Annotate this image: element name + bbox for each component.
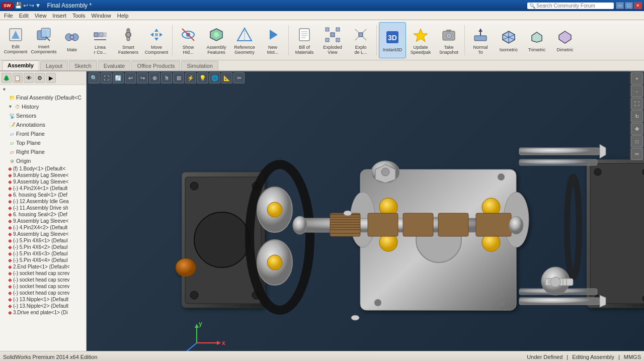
view-grid-button[interactable]: ⊞ [173, 72, 184, 83]
tab-sketch[interactable]: Sketch [69, 61, 97, 70]
tree-housing-seal2[interactable]: ◆6. housing Seal<2> (Def [0, 211, 86, 218]
reference-geometry-button[interactable]: Reference Geometry [231, 22, 258, 58]
tree-socket-cap2[interactable]: ◆(-) socket head cap screv [0, 277, 86, 283]
tree-lag-sleeve3[interactable]: ◆9.Assembly Lag Sleeve< [0, 218, 86, 224]
maximize-button[interactable]: □ [625, 2, 633, 9]
svg-point-7 [70, 35, 74, 39]
lightning-button[interactable]: ⚡ [185, 72, 196, 83]
sidebar-config-icon[interactable]: ⚙ [35, 73, 45, 83]
tree-socket-cap4[interactable]: ◆(-) socket head cap screv [0, 290, 86, 296]
sidebar-display-icon[interactable]: 👁 [24, 73, 34, 83]
isometric-button[interactable]: Isometric [495, 22, 522, 58]
zoom-in-button[interactable]: 🔍 [89, 72, 100, 83]
normal-to-button[interactable]: Normal To [467, 22, 494, 58]
insert-components-button[interactable]: Insert Components [30, 22, 57, 58]
tree-pin4x6-1[interactable]: ◆(-) 5.Pin 4X6<1> (Defaul [0, 237, 86, 244]
tree-lag-sleeve2[interactable]: ◆9.Assembly Lag Sleeve< [0, 178, 86, 185]
tree-socket-cap3[interactable]: ◆(-) socket head cap screv [0, 283, 86, 290]
edit-component-button[interactable]: Edit Component [2, 22, 29, 58]
take-snapshot-button[interactable]: Take Snapshot [435, 22, 462, 58]
view-display-btn[interactable]: □ [631, 135, 643, 147]
tree-nipple1[interactable]: ◆(-) 13.Nipple<1> (Default [0, 296, 86, 303]
sidebar-filter[interactable]: ▼ [0, 86, 86, 93]
view-fit-btn[interactable]: ⛶ [631, 98, 643, 110]
menu-insert[interactable]: Insert [49, 12, 69, 19]
tree-annotations[interactable]: 📝 Annotations [0, 120, 86, 129]
tree-idle-gear[interactable]: ◆(-) 12.Assembly Idle Gea [0, 198, 86, 205]
tab-assembly[interactable]: Assembly [2, 60, 39, 70]
view-zoom-btn[interactable]: + [631, 72, 643, 84]
viewport[interactable]: 🔍 ⛶ 🔄 ↩ ↪ ⊕ 🖱 ⊞ ⚡ 💡 🌐 📐 ✂ [87, 71, 644, 351]
menu-view[interactable]: View [32, 12, 50, 19]
tree-pin4x6-4[interactable]: ◆(-) 5.Pin 4X6<4> (Defaul [0, 257, 86, 263]
section-button[interactable]: ✂ [233, 72, 245, 83]
tree-end-plate[interactable]: ◆2.End Plate<1> (Default< [0, 263, 86, 270]
sidebar-tree-icon[interactable]: 🌲 [2, 73, 12, 83]
close-button[interactable]: ✕ [634, 2, 642, 9]
tree-drive-end[interactable]: ◆3.Drive end plate<1> (Di [0, 309, 86, 316]
dimetric-button[interactable]: Dimetric [551, 22, 579, 58]
explode-line-button[interactable]: Explo de L... [347, 22, 374, 58]
sidebar-props-icon[interactable]: 📋 [13, 73, 23, 83]
mate-button[interactable]: Mate [58, 22, 86, 58]
minimize-button[interactable]: ─ [616, 2, 624, 9]
search-input[interactable] [536, 3, 612, 9]
assembly-features-button[interactable]: Assembly Features [203, 22, 230, 58]
rotate-button[interactable]: 🔄 [113, 72, 124, 83]
tab-simulation[interactable]: Simulation [181, 61, 218, 70]
tab-office-products[interactable]: Office Products [131, 61, 180, 70]
tree-top-plane[interactable]: ▱ Top Plane [0, 138, 86, 147]
sidebar-expand-icon[interactable]: ▶ [46, 73, 56, 83]
smart-fasteners-button[interactable]: Smart Fasteners [115, 22, 142, 58]
tree-lag-sleeve4[interactable]: ◆9.Assembly Lag Sleeve< [0, 231, 86, 237]
exploded-view-button[interactable]: Exploded View [319, 22, 346, 58]
view-zoomout-btn[interactable]: - [631, 85, 643, 97]
tree-body1[interactable]: ◆(f) 1.Body<1> (Default< [0, 165, 86, 172]
bill-of-materials-button[interactable]: Bill of Materials [291, 22, 318, 58]
render-mode-button[interactable]: 💡 [197, 72, 208, 83]
quick-access-toolbar[interactable]: 💾 ↩ ↪ ▼ [15, 2, 41, 9]
linear-component-button[interactable]: Linea r Co... [87, 22, 114, 58]
svg-text:y: y [199, 320, 202, 327]
menu-window[interactable]: Window [89, 12, 114, 19]
zoom-fit-button[interactable]: ⛶ [101, 72, 112, 83]
instant3d-button[interactable]: 3D Instant3D [379, 22, 406, 58]
menu-tools[interactable]: Tools [69, 12, 89, 19]
new-motion-button[interactable]: New Mot... [259, 22, 286, 58]
tree-pin2x4-2[interactable]: ◆(-) 4.Pin2X4<2> (Default [0, 224, 86, 231]
display-mode-button[interactable]: 📐 [221, 72, 232, 83]
tree-sensors[interactable]: 📡 Sensors [0, 111, 86, 120]
tree-housing-seal1[interactable]: ◆6. housing Seal<1> (Def [0, 192, 86, 198]
tree-drive-shaft[interactable]: ◆(-) 11.Assembly Drive sh [0, 205, 86, 211]
menu-help[interactable]: Help [114, 12, 132, 19]
view-pan-btn[interactable]: ✥ [631, 123, 643, 135]
tree-right-plane[interactable]: ▱ Right Plane [0, 147, 86, 156]
undo-view-button[interactable]: ↩ [125, 72, 136, 83]
menu-file[interactable]: File [1, 12, 16, 19]
show-hide-button[interactable]: Show Hid... [175, 22, 202, 58]
tree-pin4x6-3[interactable]: ◆(-) 5.Pin 4X6<3> (Defaul [0, 250, 86, 257]
tree-front-plane[interactable]: ▱ Front Plane [0, 129, 86, 138]
select-button[interactable]: 🖱 [161, 72, 172, 83]
tree-socket-cap1[interactable]: ◆(-) socket head cap screv [0, 270, 86, 277]
tab-evaluate[interactable]: Evaluate [98, 61, 131, 70]
svg-point-116 [567, 177, 579, 278]
target-button[interactable]: ⊕ [149, 72, 160, 83]
move-component-button[interactable]: Move Component [143, 22, 170, 58]
trimetric-button[interactable]: Trimetric [523, 22, 550, 58]
tree-history[interactable]: ▼ ⏱ History [0, 102, 86, 111]
tree-root[interactable]: 📁 Final Assembly (Default<C [0, 93, 86, 102]
tree-origin[interactable]: ⊕ Origin [0, 156, 86, 165]
update-speedpak-button[interactable]: Update Speedpak [407, 22, 434, 58]
view-rotate-btn[interactable]: ↻ [631, 110, 643, 122]
status-editing: Editing Assembly [572, 354, 614, 360]
tab-layout[interactable]: Layout [40, 61, 68, 70]
menu-edit[interactable]: Edit [16, 12, 32, 19]
tree-lag-sleeve1[interactable]: ◆9.Assembly Lag Sleeve< [0, 172, 86, 178]
tree-pin4x6-2[interactable]: ◆(-) 5.Pin 4X6<2> (Defaul [0, 244, 86, 250]
environment-button[interactable]: 🌐 [209, 72, 220, 83]
tree-nipple2[interactable]: ◆(-) 13.Nipple<2> (Default [0, 303, 86, 309]
redo-view-button[interactable]: ↪ [137, 72, 148, 83]
tree-pin2x4-1[interactable]: ◆(-) 4.Pin2X4<1> (Default [0, 185, 86, 192]
view-section-btn[interactable]: ✂ [631, 148, 643, 160]
